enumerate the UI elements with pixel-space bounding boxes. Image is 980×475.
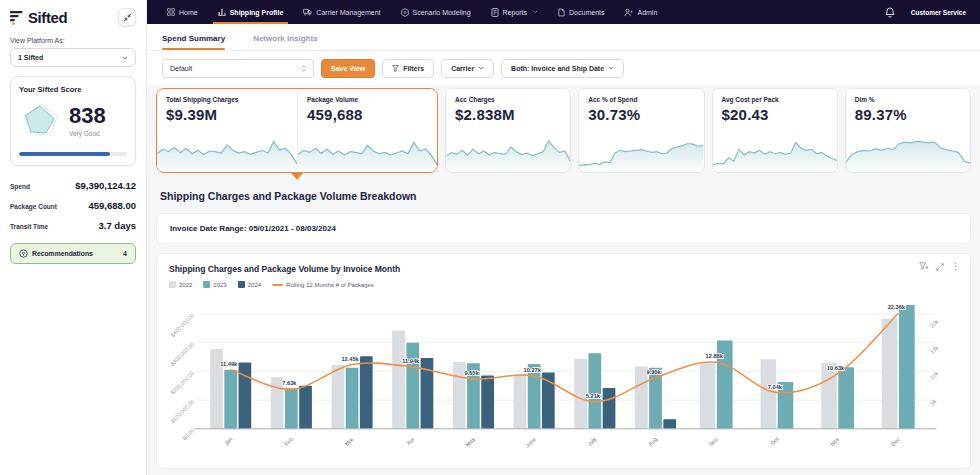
chart-controls: ⋮: [919, 262, 960, 271]
svg-text:15k: 15k: [929, 344, 940, 355]
kpi-label: Acc % of Spend: [579, 89, 703, 103]
stat-label: Transit Time: [10, 223, 48, 230]
kpi-card-acc-charges[interactable]: Acc Charges $2.838M: [445, 88, 571, 173]
legend-label: Rolling 12 Months # of Packages: [286, 282, 374, 288]
recommendations-count: 4: [123, 250, 127, 257]
score-progress-track: [19, 152, 127, 156]
kpi-value: $20.43: [713, 103, 837, 123]
svg-text:June: June: [524, 436, 537, 449]
save-view-button[interactable]: Save View: [321, 59, 375, 78]
nav-label: Shipping Profile: [230, 9, 284, 16]
chart-legend: 2022 2023 2024 Rolling 12 Months # of Pa…: [169, 281, 958, 288]
platform-select[interactable]: 1 Sifted: [10, 48, 136, 67]
kpi-card-dim-pct[interactable]: Dim % 89.37%: [845, 88, 971, 173]
svg-text:Dec: Dec: [890, 436, 901, 447]
legend-label: 2022: [179, 282, 192, 288]
svg-text:$200,000.00: $200,000.00: [169, 370, 195, 396]
notifications-bell-button[interactable]: [885, 7, 895, 18]
nav-label: Admin: [637, 9, 657, 16]
nav-item-home[interactable]: Home: [157, 0, 208, 24]
recommendations-chip[interactable]: Recommendations 4: [10, 243, 136, 264]
sidebar: Sifted View Platform As: 1 Sifted Your S…: [0, 0, 147, 475]
svg-text:10.27k: 10.27k: [524, 367, 542, 373]
legend-swatch-2023: [203, 281, 210, 288]
nav-label: Documents: [569, 9, 604, 16]
recommendations-label: Recommendations: [32, 250, 93, 257]
chevron-down-icon: [533, 10, 538, 14]
chevron-down-icon: [478, 66, 484, 70]
svg-text:Apr: Apr: [405, 436, 415, 446]
legend-item-2024[interactable]: 2024: [238, 281, 261, 288]
kpi-card-avg-cost-per-pack[interactable]: Avg Cost per Pack $20.43: [712, 88, 838, 173]
sidebar-collapse-button[interactable]: [118, 8, 136, 26]
chart-expand-button[interactable]: [936, 263, 944, 271]
home-grid-icon: [167, 8, 175, 16]
nav-item-shipping-profile[interactable]: Shipping Profile: [208, 0, 294, 24]
invoice-date-range-text: Invoice Date Range: 05/01/2021 - 08/03/2…: [170, 224, 336, 233]
stat-label: Spend: [10, 183, 30, 190]
saved-view-select[interactable]: Default: [162, 59, 314, 78]
sparkline: [298, 130, 437, 172]
nav-item-reports[interactable]: Reports: [481, 0, 549, 24]
svg-text:$400,000.00: $400,000.00: [169, 312, 195, 338]
chart-title: Shipping Charges and Package Volume by I…: [169, 264, 958, 274]
customer-service-button[interactable]: Customer Service: [911, 9, 966, 16]
top-navigation: Home Shipping Profile Carrier Management…: [147, 0, 980, 24]
stat-row-package-count: Package Count 459,688.00: [10, 195, 136, 215]
carrier-select[interactable]: Carrier: [441, 59, 494, 78]
logo-row: Sifted: [10, 8, 136, 26]
svg-text:5k: 5k: [929, 398, 938, 407]
svg-text:11.49k: 11.49k: [220, 361, 238, 367]
nav-item-scenario-modeling[interactable]: Scenario Modeling: [391, 0, 481, 24]
kpi-card-acc-pct-of-spend[interactable]: Acc % of Spend 30.73%: [578, 88, 704, 173]
svg-text:7.63k: 7.63k: [282, 380, 297, 386]
logo-text: Sifted: [28, 9, 67, 26]
legend-swatch-2022: [169, 281, 176, 288]
unfold-more-icon: [301, 65, 306, 72]
kpi-card-total-shipping-charges[interactable]: Total Shipping Charges $9.39M: [157, 89, 297, 172]
chart-menu-button[interactable]: ⋮: [951, 262, 960, 271]
kpi-value: 30.73%: [579, 103, 703, 123]
date-mode-select[interactable]: Both: Invoice and Ship Date: [501, 59, 624, 78]
stat-value: 459,688.00: [88, 200, 136, 211]
kpi-card-row: Total Shipping Charges $9.39M Package Vo…: [156, 88, 971, 173]
svg-text:9.90k: 9.90k: [646, 369, 661, 375]
nav-item-documents[interactable]: Documents: [548, 0, 614, 24]
svg-text:$300,000.00: $300,000.00: [169, 341, 195, 367]
stat-label: Package Count: [10, 203, 57, 210]
bell-icon: [885, 7, 895, 18]
stat-value: 3.7 days: [99, 220, 137, 231]
kpi-label: Acc Charges: [446, 89, 570, 103]
nav-label: Home: [179, 9, 198, 16]
svg-text:Mar: Mar: [344, 436, 355, 447]
svg-text:July: July: [586, 436, 597, 447]
chevron-down-icon: [608, 66, 614, 70]
score-progress-fill: [19, 152, 110, 156]
svg-text:Feb: Feb: [283, 436, 294, 447]
chevron-down-icon: [122, 56, 128, 60]
svg-text:May: May: [465, 436, 477, 448]
kpi-label: Avg Cost per Pack: [713, 89, 837, 103]
svg-text:Oct: Oct: [769, 436, 780, 447]
stat-value: $9,390,124.12: [75, 180, 136, 191]
file-icon: [558, 8, 565, 17]
sifted-logo-icon: [10, 10, 24, 25]
nav-item-admin[interactable]: Admin: [614, 0, 667, 24]
tab-network-insights[interactable]: Network Insights: [253, 34, 317, 50]
stat-row-transit-time: Transit Time 3.7 days: [10, 215, 136, 235]
legend-item-2023[interactable]: 2023: [203, 281, 226, 288]
nav-item-carrier-management[interactable]: Carrier Management: [293, 0, 390, 24]
filters-button[interactable]: Filters: [382, 59, 434, 78]
chart-card: Shipping Charges and Package Volume by I…: [156, 253, 971, 469]
sifted-score-card: Your Sifted Score 838 Very Good: [10, 76, 136, 166]
svg-text:Jan: Jan: [223, 436, 233, 446]
filter-bar: Default Save View Filters Carrier Both: …: [147, 51, 980, 85]
chart-filter-button[interactable]: [919, 262, 929, 271]
kpi-value: 89.37%: [846, 103, 970, 123]
report-document-icon: [491, 8, 499, 17]
tab-spend-summary[interactable]: Spend Summary: [162, 34, 225, 50]
legend-item-rolling-line[interactable]: Rolling 12 Months # of Packages: [272, 282, 374, 288]
kpi-card-package-volume[interactable]: Package Volume 459,688: [297, 89, 437, 172]
legend-item-2022[interactable]: 2022: [169, 281, 192, 288]
svg-text:10.63k: 10.63k: [827, 365, 845, 371]
